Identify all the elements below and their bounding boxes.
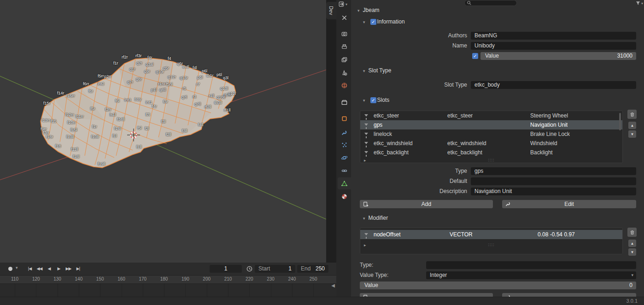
vertex-label[interactable]: f15r — [43, 101, 51, 106]
vertex-label[interactable]: r5 — [182, 86, 186, 91]
information-checkbox[interactable] — [370, 19, 376, 25]
panel-header-slot-type[interactable]: Slot Type — [363, 67, 391, 74]
slots-add-button[interactable]: Add — [360, 200, 493, 208]
vertex-label[interactable]: q13r — [180, 76, 188, 80]
vertex-label[interactable]: q8r — [136, 77, 142, 82]
vertex-label[interactable]: int1 — [146, 100, 152, 105]
tab-material[interactable] — [338, 190, 351, 202]
sidebar-tab-dev[interactable]: Dev — [326, 2, 336, 19]
slot-type-field[interactable]: etkc_body — [471, 81, 636, 89]
slot-default-field[interactable] — [471, 177, 636, 185]
auto-keying-record-button[interactable] — [6, 266, 15, 272]
editor-type-selector[interactable]: ▾ — [338, 1, 350, 7]
timeline-track[interactable] — [0, 284, 336, 297]
list-row[interactable]: etkc_backlightetkc_backlightBacklight — [360, 148, 622, 157]
tab-collection[interactable] — [338, 96, 351, 108]
vertex-label[interactable]: p1l — [151, 88, 157, 92]
slots-checkbox[interactable] — [370, 97, 376, 103]
list-row[interactable]: gpsNavigation Unit — [360, 120, 622, 129]
vertex-label[interactable]: p6l — [202, 69, 207, 73]
vertex-label[interactable]: q7r — [127, 80, 133, 84]
vertex-label[interactable]: f13ll — [66, 135, 74, 139]
vertex-label[interactable]: f4r — [152, 104, 157, 109]
vertex-label[interactable]: int2 — [98, 82, 105, 86]
vertex-label[interactable]: q8ll — [159, 88, 166, 92]
modifier-move-down-button[interactable]: ▼ — [628, 248, 636, 256]
vertex-label[interactable]: rf2r — [122, 55, 128, 59]
tab-view-layer[interactable] — [338, 53, 351, 65]
vertex-label[interactable]: f2rr — [105, 107, 111, 112]
timeline-ruler[interactable]: 1101201301401501601701801902002102202302… — [0, 276, 336, 284]
vertex-label[interactable]: f18 — [55, 144, 61, 148]
slots-remove-button[interactable] — [627, 110, 637, 119]
jump-prev-keyframe-button[interactable]: ◀◀ — [35, 265, 43, 272]
vertex-label[interactable]: f34ll — [117, 117, 125, 122]
jump-to-end-button[interactable]: ▶| — [74, 265, 82, 272]
slots-move-down-button[interactable]: ▼ — [628, 130, 636, 138]
vertex-label[interactable]: q2r — [136, 61, 142, 65]
vertex-label[interactable]: f10rr — [67, 120, 76, 125]
vertex-label[interactable]: f1ll — [136, 145, 142, 149]
vertex-label[interactable]: f6rr — [83, 82, 89, 86]
slots-list-scrollbar[interactable] — [619, 113, 621, 130]
vertex-label[interactable]: f14r — [57, 91, 64, 95]
vertex-label[interactable]: q7ll — [194, 102, 201, 106]
viewport[interactable]: rf2rrf3rf4rf4f1rq2rq3alq6rq1rq9rq5rtb4lf… — [0, 0, 326, 263]
vertex-label[interactable]: f11ll — [71, 147, 78, 152]
vertex-label[interactable]: f10ll — [91, 135, 99, 139]
vertex-label[interactable]: f1r — [92, 124, 97, 129]
vertex-label[interactable]: f12rr — [65, 112, 74, 117]
vertex-label[interactable]: q10ll — [217, 95, 225, 100]
tab-physics[interactable] — [338, 152, 351, 164]
modifier-type-field[interactable] — [426, 261, 636, 269]
current-frame-field[interactable]: 1 — [210, 265, 242, 273]
vertex-label[interactable]: f15 — [51, 119, 57, 123]
vertex-label[interactable]: f4r — [147, 55, 152, 60]
vertex-label[interactable]: f18r — [46, 135, 53, 139]
tab-output[interactable] — [338, 41, 351, 53]
vertex-label[interactable]: q3al — [146, 62, 153, 67]
vertex-label[interactable]: p6l — [217, 72, 222, 77]
vertex-label[interactable]: f2ll — [166, 132, 171, 137]
tab-render[interactable] — [338, 28, 351, 40]
panel-header-jbeam[interactable]: Jbeam — [357, 7, 380, 13]
vertex-label[interactable]: f3r — [163, 100, 168, 104]
play-button[interactable]: ▶ — [55, 265, 63, 272]
panel-header-information[interactable]: Information — [363, 18, 405, 25]
name-field[interactable]: Unibody — [471, 42, 636, 50]
vertex-label[interactable]: q12r — [168, 75, 176, 79]
vertex-label[interactable]: tb1r — [206, 73, 214, 78]
timeline-expand-arrow-icon[interactable]: ◀ — [331, 283, 335, 288]
panel-header-modifier[interactable]: Modifier — [363, 215, 388, 221]
modifier-value-slider[interactable]: Value 0 — [360, 282, 636, 289]
list-row[interactable]: linelockBrake Line Lock — [360, 129, 622, 139]
vertex-label[interactable]: q1r — [129, 67, 135, 71]
authors-field[interactable]: BeamNG — [471, 32, 636, 40]
vertex-label[interactable]: int3 — [124, 98, 131, 102]
keying-dropdown-chevron-icon[interactable]: ▾ — [16, 265, 18, 270]
filter-options-button[interactable]: ▾ — [635, 0, 643, 6]
vertex-label[interactable]: p5l — [197, 75, 203, 80]
vertex-label[interactable]: q12l — [228, 91, 236, 96]
tab-object[interactable] — [338, 112, 351, 124]
vertex-label[interactable]: f7l — [146, 112, 150, 117]
vertex-label[interactable]: f15rr — [66, 94, 75, 98]
vertex-label[interactable]: f2l — [145, 126, 149, 131]
vertex-label[interactable]: f13rr — [41, 118, 50, 123]
jump-next-keyframe-button[interactable]: ▶▶ — [64, 265, 72, 272]
vertex-label[interactable]: f4 — [168, 56, 171, 61]
modifier-edit-button[interactable] — [502, 293, 636, 297]
vertex-label[interactable]: f18l — [73, 154, 80, 159]
vertex-label[interactable]: tb4l — [182, 65, 189, 69]
modifier-add-button[interactable] — [360, 293, 493, 297]
vertex-label[interactable]: q9r — [144, 69, 150, 74]
tab-tool[interactable] — [338, 12, 351, 23]
vertex-label[interactable]: rf2ll — [205, 105, 211, 109]
vertex-label[interactable]: f14l — [114, 126, 121, 131]
vertex-label[interactable]: f48r — [135, 97, 142, 102]
play-reverse-button[interactable]: ◀ — [45, 265, 53, 272]
slot-type-value-field[interactable]: gps — [471, 167, 636, 175]
jump-to-start-button[interactable]: |◀ — [26, 265, 34, 272]
modifier-value-type-dropdown[interactable]: Integer — [426, 271, 636, 279]
modifier-move-up-button[interactable]: ▲ — [628, 240, 636, 247]
